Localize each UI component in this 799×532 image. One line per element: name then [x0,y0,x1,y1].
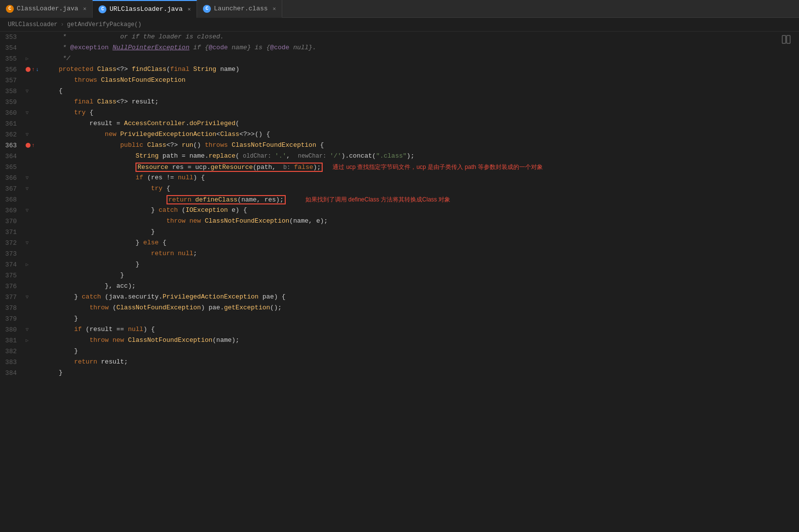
down-arrow-356: ↓ [36,66,39,72]
breakpoint-363[interactable] [26,143,31,148]
fold-381[interactable]: ▷ [26,337,29,343]
fold-360[interactable]: ▽ [26,110,29,116]
ln-353: 353 [0,33,24,41]
ln-355: 355 [0,55,24,63]
fold-377[interactable]: ▽ [26,294,29,300]
line-373: 373 return null; [0,248,799,259]
code-368: return defineClass(name, res);如果找到了调用 de… [43,194,799,205]
code-353: * or if the loader is closed. [43,32,799,42]
breadcrumb-sep: › [61,21,64,28]
gi-377: ▽ [24,294,43,300]
code-373: return null; [43,248,799,259]
line-383: 383 return result; [0,357,799,367]
fold-367[interactable]: ▽ [26,186,29,192]
line-355: 355 ▷ */ [0,53,799,64]
ln-376: 376 [0,283,24,290]
fold-380[interactable]: ▽ [26,327,29,332]
fold-374[interactable]: ▷ [26,262,29,267]
up-arrow-356: ↑ [32,66,35,72]
code-359: final Class<?> result; [43,97,799,107]
code-365: Resource res = ucp.getResource(path, b: … [43,162,799,173]
code-372: } else { [43,237,799,248]
tab-label-classloader: ClassLoader.java [17,5,78,12]
code-356: protected Class<?> findClass(final Strin… [43,64,799,75]
ln-370: 370 [0,218,24,225]
code-371: } [43,227,799,237]
tab-label-launcher: Launcher.class [214,5,267,12]
tab-icon-classloader: C [6,5,14,13]
gi-366: ▽ [24,175,43,181]
code-378: throw (ClassNotFoundException) pae.getEx… [43,302,799,313]
ln-377: 377 [0,294,24,301]
ln-357: 357 [0,77,24,84]
fold-362[interactable]: ▽ [26,132,29,137]
line-365-box: Resource res = ucp.getResource(path, b: … [135,163,323,172]
tab-bar: C ClassLoader.java ✕ C URLClassLoader.ja… [0,0,799,18]
breadcrumb-method[interactable]: getAndVerifyPackage() [67,21,141,28]
tab-close-launcher[interactable]: ✕ [273,5,276,12]
fold-366[interactable]: ▽ [26,175,29,181]
gi-363: ↑ [24,142,43,148]
tab-classloader[interactable]: C ClassLoader.java ✕ [0,0,93,18]
code-355: */ [43,53,799,64]
line-361: 361 result = AccessController.doPrivileg… [0,118,799,129]
ln-366: 366 [0,174,24,182]
ln-363: 363 [0,142,24,149]
line-358: 358 ▽ { [0,86,799,97]
tab-urlclassloader[interactable]: C URLClassLoader.java ✕ [93,0,197,18]
ln-364: 364 [0,153,24,160]
line-377: 377 ▽ } catch (java.security.PrivilegedA… [0,292,799,302]
line-368-box: return defineClass(name, res); [166,195,286,204]
line-384: 384 } [0,367,799,378]
code-384: } [43,367,799,378]
line-362: 362 ▽ new PrivilegedExceptionAction<Clas… [0,129,799,140]
line-374: 374 ▷ } [0,259,799,270]
line-357: 357 throws ClassNotFoundException [0,75,799,86]
code-375: } [43,270,799,281]
line-369: 369 ▽ } catch (IOException e) { [0,205,799,216]
tab-label-urlclassloader: URLClassLoader.java [109,5,182,13]
ln-373: 373 [0,250,24,258]
line-368: 368 return defineClass(name, res);如果找到了调… [0,194,799,205]
code-374: } [43,259,799,270]
ln-374: 374 [0,261,24,268]
fold-355[interactable]: ▷ [26,56,29,62]
ln-382: 382 [0,348,24,355]
code-380: if (result == null) { [43,324,799,335]
line-382: 382 } [0,346,799,357]
tab-icon-urlclassloader: C [99,5,106,13]
code-382: } [43,346,799,357]
code-377: } catch (java.security.PrivilegedActionE… [43,292,799,302]
fold-372[interactable]: ▽ [26,240,29,246]
ln-372: 372 [0,239,24,247]
line-365: 365 Resource res = ucp.getResource(path,… [0,162,799,172]
line-376: 376 }, acc); [0,281,799,292]
line-375: 375 } [0,270,799,281]
ln-367: 367 [0,185,24,193]
code-370: throw new ClassNotFoundException(name, e… [43,216,799,227]
gi-362: ▽ [24,132,43,137]
ln-359: 359 [0,99,24,106]
line-371: 371 } [0,227,799,237]
line-364: 364 String path = name.replace( oldChar:… [0,151,799,162]
ln-375: 375 [0,272,24,279]
line-360: 360 ▽ try { [0,107,799,118]
tab-close-classloader[interactable]: ✕ [83,5,87,12]
line-363: 363 ↑ public Class<?> run() throws Class… [0,140,799,151]
tab-launcher[interactable]: C Launcher.class ✕ [197,0,282,18]
fold-369[interactable]: ▽ [26,207,29,213]
panel-expand-icon[interactable] [781,34,791,46]
breadcrumb-class[interactable]: URLClassLoader [8,21,58,28]
code-379: } [43,313,799,324]
tab-close-urlclassloader[interactable]: ✕ [188,6,191,12]
line-381: 381 ▷ throw new ClassNotFoundException(n… [0,335,799,346]
line-370: 370 throw new ClassNotFoundException(nam… [0,216,799,227]
breakpoint-356[interactable] [26,67,31,72]
code-366: if (res != null) { [43,172,799,183]
code-364: String path = name.replace( oldChar: '.'… [43,151,799,162]
line-353: 353 * or if the loader is closed. [0,32,799,42]
ln-365: 365 [0,164,24,171]
code-358: { [43,86,799,97]
svg-rect-0 [782,35,786,43]
fold-358[interactable]: ▽ [26,88,29,94]
